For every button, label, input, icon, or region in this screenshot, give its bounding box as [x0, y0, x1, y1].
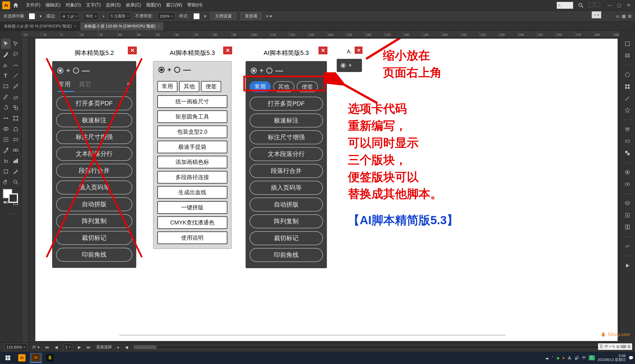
blend-tool[interactable] — [11, 145, 21, 155]
graph-tool[interactable] — [11, 156, 21, 166]
radio-on-icon[interactable] — [57, 68, 63, 74]
scale-tool[interactable] — [11, 103, 21, 113]
search-icon[interactable] — [578, 2, 584, 8]
ime-tray[interactable]: 五 中 •✎⧉⌨⚙ — [598, 343, 632, 350]
perspective-tool[interactable] — [11, 124, 21, 134]
transparency-panel-icon[interactable] — [624, 149, 631, 157]
tray-volume-icon[interactable]: 🔊 — [574, 356, 579, 360]
radio-on-icon[interactable] — [251, 68, 257, 74]
artboard-nav-back[interactable]: ◀ — [55, 345, 58, 349]
rectangle-tool[interactable] — [1, 81, 11, 91]
btn-para-merge[interactable]: 段落行合并 — [56, 164, 132, 178]
btn-fast-bag[interactable]: 极速手提袋 — [157, 141, 227, 153]
btn-crop-marks[interactable]: 裁切标记 — [56, 231, 132, 245]
btn-corner-lines[interactable]: 印前角线 — [250, 248, 323, 262]
btn-fast-annotate[interactable]: 极速标注 — [56, 113, 132, 127]
btn-round-rect[interactable]: 矩形圆角工具 — [157, 110, 227, 123]
tab-common[interactable]: 常用 — [157, 81, 177, 92]
rotate-tool[interactable] — [1, 103, 11, 113]
tab-common[interactable]: 常用 — [250, 81, 271, 92]
radio-off-icon[interactable] — [266, 68, 273, 74]
tray-net-icon[interactable]: 🖧 — [568, 356, 572, 360]
tray-orange-icon[interactable]: ● — [562, 356, 565, 360]
menu-edit[interactable]: 编辑(E) — [43, 1, 63, 9]
btn-fast-annotate[interactable]: 极速标注 — [250, 113, 323, 127]
selection-tool[interactable] — [1, 39, 11, 49]
btn-auto-impose[interactable]: 自动拼版 — [56, 197, 132, 211]
align-icon[interactable]: ⊩▾ — [266, 14, 272, 19]
tray-cloud-icon[interactable]: ☁ — [545, 356, 549, 360]
btn-one-impose[interactable]: 一键拼版 — [157, 201, 227, 214]
artboards-panel-icon[interactable] — [624, 223, 631, 231]
btn-dim-enhance[interactable]: 标注尺寸增强 — [250, 130, 323, 144]
color-panel-icon[interactable] — [624, 71, 631, 79]
minus-icon[interactable]: — — [82, 66, 90, 75]
zoom-dropdown[interactable]: 110.65%▾ — [4, 344, 27, 351]
brushes-panel-icon[interactable] — [624, 94, 631, 102]
tray-up-icon[interactable]: ˄ — [552, 356, 554, 360]
panel-mini-close[interactable]: ✕ — [355, 47, 362, 54]
menu-view[interactable]: 视图(V) — [144, 1, 163, 9]
plus-icon[interactable]: + — [167, 66, 171, 74]
uniform-dropdown[interactable]: 等比▾ — [84, 13, 98, 20]
paintbrush-tool[interactable] — [11, 81, 21, 91]
menu-window[interactable]: 窗口(W) — [164, 1, 184, 9]
shape-builder-tool[interactable] — [1, 124, 11, 134]
radio-on-icon[interactable] — [158, 67, 165, 73]
btn-para-merge[interactable]: 段落行合并 — [250, 164, 323, 178]
doc-tab-1[interactable]: 未标题-2.ai @ 50 % (CMYK/CPU 预览) × — [0, 22, 80, 31]
gradient-tool[interactable] — [11, 135, 21, 145]
taskbar-app-3[interactable]: S — [44, 353, 56, 363]
ime-icon[interactable]: 五 — [599, 344, 603, 349]
scroll-left-icon[interactable]: ◀ — [125, 345, 128, 349]
plus-icon[interactable]: + — [260, 67, 264, 75]
layers-panel-icon[interactable] — [624, 200, 631, 207]
horizontal-scrollbar[interactable] — [134, 345, 622, 349]
opacity-dropdown[interactable]: 100%▾ — [158, 13, 175, 20]
fill-stroke-indicator[interactable] — [1, 188, 20, 205]
free-transform-tool[interactable] — [11, 113, 21, 123]
hand-tool[interactable] — [1, 177, 11, 187]
taskbar-ai-1[interactable]: Ai — [16, 353, 28, 363]
stroke-weight-dropdown[interactable]: ⊖1 pt▾ — [60, 13, 79, 20]
btn-instructions[interactable]: 使用说明 — [157, 231, 227, 244]
floating-mini-panel[interactable]: ○ + — [592, 11, 601, 18]
graphic-styles-panel-icon[interactable] — [624, 180, 631, 188]
properties-panel-icon[interactable] — [624, 40, 631, 48]
radio-off-icon[interactable] — [174, 67, 180, 73]
doc-tab-2[interactable]: 未标题-2 @ 110.65 % (CMYK/CPU 预览) × — [80, 22, 164, 31]
links-panel-icon[interactable] — [624, 242, 631, 250]
symbols-panel-icon[interactable] — [624, 106, 631, 114]
btn-dim-enhance[interactable]: 标注尺寸增强 — [56, 130, 132, 144]
btn-bleed-line[interactable]: 生成出血线 — [157, 186, 227, 199]
btn-box-type[interactable]: 包装盒型2.0 — [157, 126, 227, 138]
tray-ime-zh[interactable]: 中 — [582, 355, 586, 360]
btn-multi-path[interactable]: 多段路径连接 — [157, 171, 227, 184]
menu-select[interactable]: 选择(S) — [103, 1, 123, 9]
btn-text-split[interactable]: 文本段落分行 — [56, 147, 132, 161]
tab-other[interactable]: 其他 — [273, 81, 294, 92]
radio-on-icon[interactable] — [341, 63, 346, 68]
zoom-tool[interactable] — [11, 177, 21, 187]
gradient-panel-icon[interactable] — [624, 137, 631, 145]
menu-effect[interactable]: 效果(C) — [124, 1, 143, 9]
tray-green-icon[interactable]: ◆ — [557, 356, 560, 360]
taskbar-clock[interactable]: 9:06 2023/8/13 星期日 — [598, 354, 626, 362]
close-icon[interactable]: × — [158, 24, 160, 28]
mesh-tool[interactable] — [1, 135, 11, 145]
home-icon[interactable] — [12, 2, 19, 9]
app-search-input[interactable] — [557, 2, 573, 9]
minus-icon[interactable]: — — [183, 65, 191, 74]
rotate-view-icon[interactable]: 0° ▾ — [33, 345, 39, 349]
btn-add-swatch[interactable]: 添加画稿色标 — [157, 156, 227, 168]
panel-53-dark-close[interactable]: ✕ — [318, 47, 327, 54]
btn-open-pdf[interactable]: 打开多页PDF — [56, 96, 132, 110]
fill-swatch[interactable] — [29, 13, 35, 19]
stroke-panel-icon[interactable] — [624, 126, 631, 133]
maximize-button[interactable]: ▢ — [615, 2, 623, 8]
asset-export-panel-icon[interactable] — [624, 211, 631, 219]
artboard-nav-last[interactable]: ⏭ — [87, 345, 91, 349]
panel-more-icon[interactable]: ⊞ — [628, 14, 632, 19]
btn-page-number[interactable]: 插入页码等 — [250, 181, 323, 195]
panel-grid-icon[interactable]: ▦ — [622, 14, 626, 19]
